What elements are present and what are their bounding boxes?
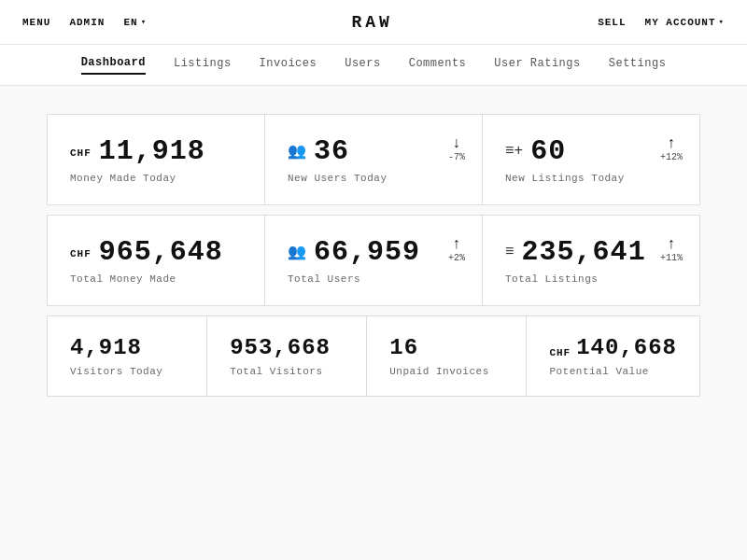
stats-row-3: 4,918 Visitors Today 953,668 Total Visit…	[47, 315, 700, 397]
users-icon: 👥	[288, 243, 306, 261]
new-listings-trend: ↑ +12%	[660, 135, 683, 162]
tab-users[interactable]: Users	[345, 57, 381, 74]
trend-pct: +2%	[448, 253, 465, 263]
tab-user-ratings[interactable]: User Ratings	[494, 57, 580, 74]
total-listings-value: 235,641	[522, 236, 646, 268]
tab-dashboard[interactable]: Dashboard	[81, 56, 146, 75]
total-listings-label: Total Listings	[505, 273, 677, 285]
tab-comments[interactable]: Comments	[409, 57, 467, 74]
total-users-value: 66,959	[314, 236, 420, 268]
top-nav-right: SELL MY ACCOUNT ▾	[598, 17, 725, 28]
new-users-trend: ↓ -7%	[448, 135, 465, 162]
unpaid-invoices-label: Unpaid Invoices	[389, 366, 503, 377]
app-logo: RAW	[351, 13, 392, 32]
new-users-value: 36	[314, 135, 349, 167]
tab-listings[interactable]: Listings	[174, 57, 232, 74]
tab-settings[interactable]: Settings	[609, 57, 667, 74]
card-value-line: CHF 11,918	[70, 135, 242, 167]
menu-button[interactable]: MENU	[22, 17, 50, 28]
tab-invoices[interactable]: Invoices	[260, 57, 317, 74]
trend-pct: +11%	[660, 253, 683, 263]
card-total-visitors: 953,668 Total Visitors	[207, 316, 367, 396]
card-new-users: ↓ -7% 👥 36 New Users Today	[265, 115, 483, 204]
trend-arrow-icon: ↑	[452, 236, 461, 253]
sell-button[interactable]: SELL	[598, 17, 626, 28]
card-value-line: 👥 66,959	[288, 236, 459, 268]
visitors-today-value: 4,918	[70, 335, 184, 360]
potential-value-main: CHF 140,668	[549, 335, 677, 366]
total-money-label: Total Money Made	[70, 273, 242, 285]
card-value-line: 👥 36	[288, 135, 459, 167]
new-users-label: New Users Today	[288, 173, 459, 184]
currency-label: CHF	[549, 347, 571, 358]
card-total-users: ↑ +2% 👥 66,959 Total Users	[265, 216, 483, 305]
top-nav: MENU ADMIN EN ▾ RAW SELL MY ACCOUNT ▾	[0, 0, 747, 45]
currency-label: CHF	[70, 147, 92, 159]
total-listings-trend: ↑ +11%	[660, 236, 683, 263]
card-value-line: CHF 965,648	[70, 236, 242, 268]
admin-button[interactable]: ADMIN	[69, 17, 105, 28]
total-visitors-value: 953,668	[230, 335, 344, 360]
currency-label: CHF	[70, 248, 92, 259]
trend-arrow-icon: ↑	[667, 236, 676, 253]
card-value-line: ≡ 235,641	[505, 236, 677, 268]
trend-arrow-icon: ↓	[452, 135, 461, 152]
card-visitors-today: 4,918 Visitors Today	[48, 316, 207, 396]
potential-value-label: Potential Value	[549, 366, 677, 377]
sub-nav: Dashboard Listings Invoices Users Commen…	[0, 45, 747, 86]
card-total-money: CHF 965,648 Total Money Made	[48, 216, 265, 305]
listings-icon: ≡	[505, 244, 514, 260]
new-listings-label: New Listings Today	[505, 173, 677, 184]
top-nav-left: MENU ADMIN EN ▾	[22, 17, 147, 28]
trend-pct: +12%	[660, 152, 683, 162]
total-users-trend: ↑ +2%	[448, 236, 465, 263]
unpaid-invoices-value: 16	[389, 335, 503, 360]
card-unpaid-invoices: 16 Unpaid Invoices	[367, 316, 527, 396]
trend-arrow-icon: ↑	[667, 135, 676, 152]
chevron-down-icon: ▾	[141, 17, 147, 27]
card-value-line: ≡+ 60	[505, 135, 677, 167]
stats-row-2: CHF 965,648 Total Money Made ↑ +2% 👥 66,…	[47, 215, 700, 306]
card-total-listings: ↑ +11% ≡ 235,641 Total Listings	[483, 216, 699, 305]
card-new-listings: ↑ +12% ≡+ 60 New Listings Today	[483, 115, 699, 204]
visitors-today-label: Visitors Today	[70, 366, 184, 377]
stats-row-1: CHF 11,918 Money Made Today ↓ -7% 👥 36 N…	[47, 114, 700, 205]
chevron-down-icon: ▾	[719, 17, 725, 27]
new-listings-value: 60	[530, 135, 566, 167]
user-add-icon: 👥	[288, 142, 306, 161]
card-money-today: CHF 11,918 Money Made Today	[48, 115, 265, 204]
potential-value-value: 140,668	[576, 335, 677, 360]
card-potential-value: CHF 140,668 Potential Value	[527, 316, 699, 396]
total-visitors-label: Total Visitors	[230, 366, 344, 377]
main-content: CHF 11,918 Money Made Today ↓ -7% 👥 36 N…	[0, 86, 747, 560]
money-today-value: 11,918	[99, 135, 205, 167]
my-account-button[interactable]: MY ACCOUNT ▾	[645, 17, 725, 28]
money-today-label: Money Made Today	[70, 173, 242, 184]
total-users-label: Total Users	[288, 273, 459, 285]
trend-pct: -7%	[448, 152, 465, 162]
total-money-value: 965,648	[99, 236, 223, 268]
listings-add-icon: ≡+	[505, 143, 523, 160]
lang-selector[interactable]: EN ▾	[123, 17, 147, 28]
